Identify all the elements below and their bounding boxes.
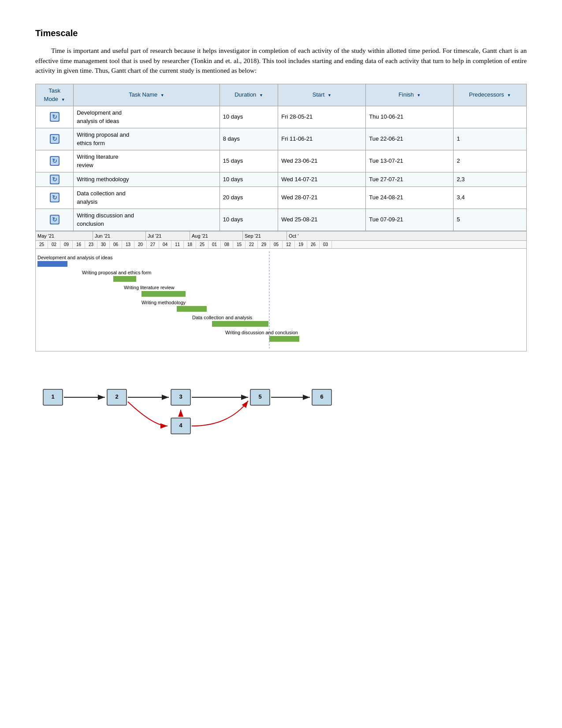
gantt-week-cell: 09 [60, 241, 73, 248]
gantt-week-cell: 26 [307, 241, 320, 248]
arrow-2-4-red [128, 402, 167, 426]
gantt-month-jul: Jul '21 [146, 231, 190, 241]
chart-label-3: Writing literature review [124, 285, 175, 290]
arrow-4-5-red [192, 401, 248, 426]
task-mode-icon-4: ↻ [36, 187, 74, 209]
table-row: ↻ Writing discussion and conclusion 10 d… [36, 209, 527, 231]
task-finish-5: Tue 07-09-21 [366, 209, 454, 231]
task-finish-0: Thu 10-06-21 [366, 106, 454, 128]
task-mode-icon-3: ↻ [36, 172, 74, 187]
gantt-week-cell: 19 [295, 241, 307, 248]
chart-bar-5 [212, 321, 268, 327]
col-header-start[interactable]: Start ▼ [278, 84, 366, 106]
col-header-mode[interactable]: TaskMode ▼ [36, 84, 74, 106]
task-mode-icon-2: ↻ [36, 150, 74, 172]
col-header-pred[interactable]: Predecessors ▼ [454, 84, 527, 106]
gantt-week-cell: 04 [159, 241, 171, 248]
task-name-3: Writing methodology [74, 172, 220, 187]
intro-paragraph: Time is important and useful part of res… [35, 46, 527, 76]
gantt-week-cell: 02 [48, 241, 60, 248]
table-row: ↻ Development and analysis of ideas 10 d… [36, 106, 527, 128]
task-duration-2: 15 days [220, 150, 278, 172]
chart-label-2: Writing proposal and ethics form [82, 270, 152, 275]
gantt-week-cell: 25 [196, 241, 208, 248]
gantt-month-oct: Oct ' [287, 231, 526, 241]
task-finish-4: Tue 24-08-21 [366, 187, 454, 209]
task-mode-icon-1: ↻ [36, 128, 74, 150]
gantt-table: TaskMode ▼ Task Name ▼ Duration ▼ Start … [35, 84, 527, 231]
gantt-month-aug: Aug '21 [190, 231, 243, 241]
task-finish-3: Tue 27-07-21 [366, 172, 454, 187]
gantt-week-cell: 05 [270, 241, 283, 248]
task-name-2: Writing literature review [74, 150, 220, 172]
gantt-week-cell: 13 [122, 241, 134, 248]
task-pred-1: 1 [454, 128, 527, 150]
task-start-1: Fri 11-06-21 [278, 128, 366, 150]
network-label-5: 5 [258, 393, 261, 400]
task-mode-icon-5: ↻ [36, 209, 74, 231]
gantt-week-cell: 08 [221, 241, 233, 248]
task-start-4: Wed 28-07-21 [278, 187, 366, 209]
gantt-month-sep: Sep '21 [243, 231, 287, 241]
network-label-2: 2 [115, 393, 118, 400]
task-name-0: Development and analysis of ideas [74, 106, 220, 128]
chart-label-4: Writing methodology [141, 300, 186, 305]
task-mode-icon-0: ↻ [36, 106, 74, 128]
section-title: Timescale [35, 26, 527, 40]
task-pred-2: 2 [454, 150, 527, 172]
col-header-duration[interactable]: Duration ▼ [220, 84, 278, 106]
task-duration-3: 10 days [220, 172, 278, 187]
task-pred-3: 2,3 [454, 172, 527, 187]
task-duration-4: 20 days [220, 187, 278, 209]
gantt-week-cell: 01 [208, 241, 221, 248]
gantt-week-cell: 23 [85, 241, 97, 248]
gantt-week-cell: 15 [233, 241, 246, 248]
gantt-week-cell: 22 [246, 241, 258, 248]
gantt-week-cell: 29 [258, 241, 270, 248]
network-label-6: 6 [320, 393, 323, 400]
table-row: ↻ Writing literature review 15 days Wed … [36, 150, 527, 172]
task-duration-5: 10 days [220, 209, 278, 231]
chart-bar-1 [37, 261, 67, 267]
gantt-month-may: May '21 [36, 231, 93, 241]
task-pred-4: 3,4 [454, 187, 527, 209]
task-pred-5: 5 [454, 209, 527, 231]
network-diagram: 1 2 3 4 5 6 [35, 362, 527, 441]
col-header-taskname[interactable]: Task Name ▼ [74, 84, 220, 106]
network-label-1: 1 [51, 393, 54, 400]
task-start-3: Wed 14-07-21 [278, 172, 366, 187]
chart-label-5: Data collection and analysis [192, 315, 253, 320]
chart-label-6: Writing discussion and conclusion [225, 330, 298, 335]
task-finish-2: Tue 13-07-21 [366, 150, 454, 172]
gantt-week-cell: 30 [97, 241, 110, 248]
task-name-5: Writing discussion and conclusion [74, 209, 220, 231]
network-label-4: 4 [179, 422, 182, 429]
gantt-week-cell: 12 [283, 241, 295, 248]
task-pred-0 [454, 106, 527, 128]
network-label-3: 3 [179, 393, 182, 400]
task-name-4: Data collection and analysis [74, 187, 220, 209]
table-row: ↻ Writing proposal and ethics form 8 day… [36, 128, 527, 150]
task-start-5: Wed 25-08-21 [278, 209, 366, 231]
task-start-0: Fri 28-05-21 [278, 106, 366, 128]
gantt-week-cell: 06 [110, 241, 122, 248]
gantt-week-cell: 16 [73, 241, 85, 248]
gantt-week-cell: 27 [147, 241, 159, 248]
gantt-week-cell: 18 [184, 241, 196, 248]
gantt-week-cell: 20 [134, 241, 147, 248]
chart-bar-3 [141, 291, 186, 297]
chart-bar-2 [113, 276, 136, 282]
gantt-month-jun: Jun '21 [93, 231, 146, 241]
chart-bar-4 [177, 306, 207, 312]
table-row: ↻ Writing methodology 10 days Wed 14-07-… [36, 172, 527, 187]
task-start-2: Wed 23-06-21 [278, 150, 366, 172]
task-name-1: Writing proposal and ethics form [74, 128, 220, 150]
col-header-finish[interactable]: Finish ▼ [366, 84, 454, 106]
gantt-week-cell: 11 [171, 241, 184, 248]
chart-bar-6 [269, 336, 299, 342]
task-duration-0: 10 days [220, 106, 278, 128]
gantt-week-cell: 03 [320, 241, 332, 248]
gantt-week-cell: 25 [36, 241, 48, 248]
task-finish-1: Tue 22-06-21 [366, 128, 454, 150]
gantt-chart: May '21 Jun '21 Jul '21 Aug '21 Sep '21 … [35, 231, 527, 352]
